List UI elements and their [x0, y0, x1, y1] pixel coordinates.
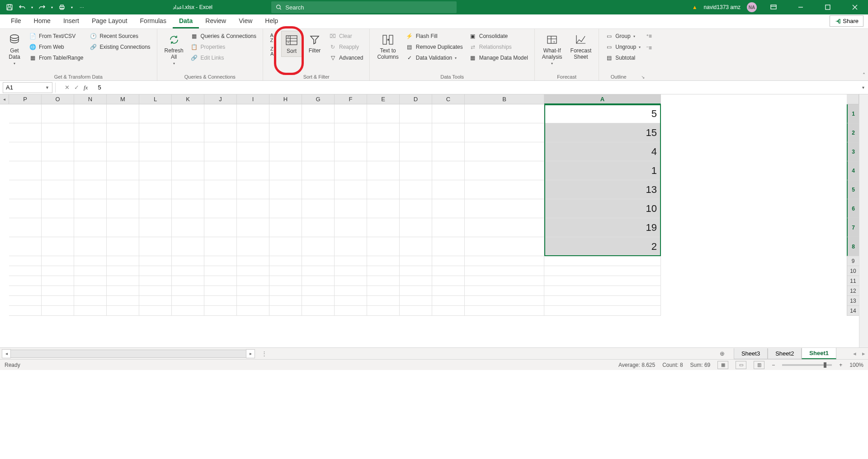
print-icon[interactable]: [57, 2, 67, 12]
cell[interactable]: [139, 142, 172, 161]
cell[interactable]: [367, 199, 400, 218]
cell[interactable]: [335, 161, 367, 180]
close-icon[interactable]: [844, 0, 865, 14]
cell[interactable]: [74, 237, 107, 256]
left-scroll-corner[interactable]: ◂: [0, 94, 9, 104]
queries-connections-button[interactable]: ▦Queries & Connections: [189, 32, 258, 41]
cell[interactable]: [400, 104, 432, 123]
cell[interactable]: [269, 266, 302, 276]
cells-area[interactable]: 515411310192: [9, 104, 847, 347]
cell[interactable]: [335, 306, 367, 316]
text-to-columns-button[interactable]: Text to Columns: [374, 31, 401, 62]
cell[interactable]: [367, 256, 400, 266]
cell[interactable]: [465, 161, 544, 180]
cell[interactable]: [9, 237, 42, 256]
cell[interactable]: [74, 306, 107, 316]
cell[interactable]: [367, 161, 400, 180]
group-button[interactable]: ▭Group ▾: [604, 32, 642, 41]
cell[interactable]: [302, 123, 335, 142]
cell[interactable]: [335, 266, 367, 276]
expand-formula-bar-icon[interactable]: ▾: [858, 85, 868, 90]
cell[interactable]: [107, 180, 139, 199]
cell[interactable]: [139, 218, 172, 237]
cell[interactable]: [269, 104, 302, 123]
cell[interactable]: [302, 142, 335, 161]
cell[interactable]: [302, 276, 335, 286]
cell[interactable]: [465, 286, 544, 296]
cell[interactable]: 5: [544, 104, 661, 123]
cell[interactable]: [172, 199, 204, 218]
cell[interactable]: [400, 218, 432, 237]
cell[interactable]: [302, 180, 335, 199]
cell[interactable]: [367, 296, 400, 306]
cell[interactable]: [139, 296, 172, 306]
cell[interactable]: [172, 123, 204, 142]
cell[interactable]: [400, 256, 432, 266]
ungroup-button[interactable]: ▭Ungroup ▾: [604, 42, 642, 52]
cell[interactable]: [432, 142, 465, 161]
cell[interactable]: [9, 306, 42, 316]
cell[interactable]: [269, 256, 302, 266]
cell[interactable]: [335, 180, 367, 199]
formula-input[interactable]: [94, 84, 858, 91]
cell[interactable]: [172, 306, 204, 316]
cell[interactable]: [42, 180, 74, 199]
save-icon[interactable]: [5, 2, 14, 12]
column-header[interactable]: D: [400, 94, 432, 104]
cell[interactable]: [335, 296, 367, 306]
get-data-button[interactable]: Get Data ▾: [5, 31, 24, 67]
remove-duplicates-button[interactable]: ▤Remove Duplicates: [404, 42, 465, 52]
search-box[interactable]: [271, 1, 457, 13]
cell[interactable]: [9, 276, 42, 286]
cell[interactable]: [9, 286, 42, 296]
cell[interactable]: [302, 306, 335, 316]
column-header[interactable]: O: [42, 94, 74, 104]
cell[interactable]: [302, 296, 335, 306]
cell[interactable]: [42, 199, 74, 218]
cell[interactable]: [237, 142, 269, 161]
cell[interactable]: [107, 266, 139, 276]
cell[interactable]: [107, 104, 139, 123]
row-header[interactable]: 8: [847, 237, 859, 256]
cell[interactable]: [367, 306, 400, 316]
tab-data[interactable]: Data: [173, 14, 199, 28]
cell[interactable]: [42, 266, 74, 276]
cell[interactable]: [367, 286, 400, 296]
cell[interactable]: [172, 104, 204, 123]
cell[interactable]: [74, 161, 107, 180]
row-header[interactable]: 11: [847, 276, 859, 286]
cell[interactable]: [335, 256, 367, 266]
cell[interactable]: [237, 218, 269, 237]
cell[interactable]: [335, 142, 367, 161]
cell[interactable]: [139, 199, 172, 218]
cell[interactable]: [107, 237, 139, 256]
sort-asc-button[interactable]: A↓Z: [268, 33, 278, 42]
from-text-csv-button[interactable]: 📄From Text/CSV: [27, 32, 85, 41]
tab-view[interactable]: View: [232, 14, 259, 28]
cell[interactable]: [74, 142, 107, 161]
cell[interactable]: [204, 276, 237, 286]
cell[interactable]: [74, 104, 107, 123]
cell[interactable]: [42, 306, 74, 316]
column-header[interactable]: B: [465, 94, 544, 104]
view-normal-icon[interactable]: ▦: [717, 361, 728, 369]
filter-button[interactable]: Filter: [305, 31, 325, 56]
cell[interactable]: [74, 296, 107, 306]
avatar[interactable]: NA: [747, 2, 757, 12]
cell[interactable]: [269, 237, 302, 256]
column-header[interactable]: M: [107, 94, 139, 104]
cell[interactable]: [9, 256, 42, 266]
row-header[interactable]: 9: [847, 256, 859, 266]
qat-customize-icon[interactable]: ⋯: [77, 2, 87, 12]
cell[interactable]: [269, 306, 302, 316]
collapse-ribbon-icon[interactable]: ˄: [863, 72, 865, 79]
view-page-break-icon[interactable]: ▥: [754, 361, 764, 369]
cell[interactable]: [335, 237, 367, 256]
cell[interactable]: [107, 218, 139, 237]
zoom-in-icon[interactable]: +: [839, 362, 842, 368]
row-header[interactable]: 5: [847, 180, 859, 199]
cell[interactable]: [139, 256, 172, 266]
column-header[interactable]: E: [367, 94, 400, 104]
cell[interactable]: [544, 266, 661, 276]
cell[interactable]: [269, 161, 302, 180]
